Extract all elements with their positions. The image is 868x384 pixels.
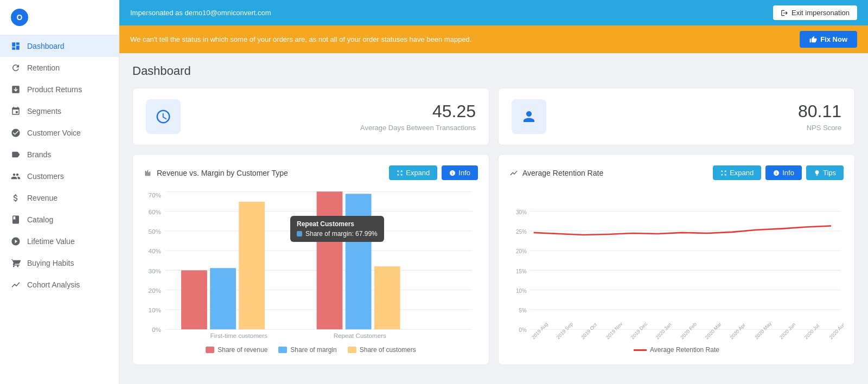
svg-text:0%: 0% [152,327,161,334]
svg-text:70%: 70% [148,192,161,199]
stats-row: 45.25 Average Days Between Transactions … [132,88,855,145]
svg-text:2020 Jun: 2020 Jun [778,322,796,340]
warning-bar: We can't tell the status in which some o… [119,25,868,53]
sidebar-label-voice: Customer Voice [27,129,81,137]
clock-icon-container [146,99,181,134]
bar-chart-title: Revenue vs. Margin by Customer Type [144,169,288,177]
svg-rect-17 [210,268,236,329]
bar-chart-actions: Expand Info [389,165,478,180]
line-chart-expand-button[interactable]: Expand [713,165,761,180]
stat-card-nps: 80.11 NPS Score [498,88,855,145]
line-chart-icon [509,169,518,177]
sidebar-item-retention[interactable]: Retention [0,57,119,79]
sidebar-label-returns: Product Returns [27,85,82,94]
svg-text:2020 Mar: 2020 Mar [704,321,723,340]
line-chart-title: Average Retention Rate [509,169,603,177]
sidebar-item-returns[interactable]: Product Returns [0,79,119,100]
sidebar-label-buying: Buying Habits [27,259,74,267]
svg-text:5%: 5% [519,308,526,313]
svg-rect-18 [239,202,265,329]
fix-label: Fix Now [820,35,847,43]
svg-text:40%: 40% [148,248,161,254]
stat-card-days-info: 45.25 Average Days Between Transactions [360,101,476,132]
content-area: Dashboard 45.25 Average Days Between Tra… [119,53,868,384]
sidebar-item-segments[interactable]: Segments [0,100,119,122]
line-legend-label: Average Retention Rate [650,346,719,354]
svg-text:20%: 20% [516,248,527,254]
brands-icon [11,150,21,159]
person-icon-container [512,99,546,134]
clock-icon [155,108,171,125]
sidebar-item-cohort[interactable]: Cohort Analysis [0,274,119,296]
svg-rect-16 [181,270,207,329]
line-swatch [634,349,647,351]
legend-item-margin: Share of margin [278,346,336,354]
line-chart-header: Average Retention Rate Expand Info [509,165,844,180]
sidebar-item-voice[interactable]: Customer Voice [0,122,119,144]
bar-chart-info-button[interactable]: Info [442,165,478,180]
sidebar-item-lifetime[interactable]: Lifetime Value [0,231,119,252]
fix-now-button[interactable]: Fix Now [800,31,857,48]
line-chart-legend: Average Retention Rate [509,346,844,354]
line-chart-card: Average Retention Rate Expand Info [498,154,855,365]
bar-chart-expand-button[interactable]: Expand [389,165,437,180]
voice-icon [11,128,21,138]
svg-text:30%: 30% [516,209,527,215]
bar-chart-area: 0% 10% 20% 30% 40% 50% 60% 70% [144,189,478,341]
warning-text: We can't tell the status in which some o… [130,35,471,43]
sidebar-item-dashboard[interactable]: Dashboard [0,35,119,57]
catalog-icon [11,215,21,225]
tips-icon [814,170,820,176]
exit-label: Exit impersonation [792,9,850,17]
sidebar-item-brands[interactable]: Brands [0,144,119,165]
sidebar-label-revenue: Revenue [27,194,58,202]
sidebar-label-brands: Brands [27,150,51,159]
charts-row: Revenue vs. Margin by Customer Type Expa… [132,154,855,365]
legend-swatch-revenue [206,347,214,353]
sidebar-item-buying[interactable]: Buying Habits [0,252,119,274]
svg-rect-21 [346,194,372,329]
sidebar-item-revenue[interactable]: Revenue [0,187,119,209]
legend-label-revenue: Share of revenue [218,346,267,354]
svg-rect-20 [317,191,343,329]
retention-icon [11,63,21,73]
sidebar-item-catalog[interactable]: Catalog [0,209,119,231]
sidebar-label-dashboard: Dashboard [27,42,65,50]
exit-impersonation-button[interactable]: Exit impersonation [773,5,857,20]
segments-icon [11,106,21,116]
svg-text:2020 Apr: 2020 Apr [729,322,746,341]
impersonation-bar: Impersonated as demo10@omniconvert.com E… [119,0,868,25]
svg-text:50%: 50% [148,228,161,235]
legend-item-customers: Share of customers [348,346,416,354]
fix-icon [809,36,817,43]
bar-chart-card: Revenue vs. Margin by Customer Type Expa… [132,154,489,365]
exit-icon [781,9,788,17]
sidebar-label-segments: Segments [27,107,61,116]
sidebar-item-customers[interactable]: Customers [0,165,119,187]
line-chart-info-button[interactable]: Info [765,165,802,180]
sidebar-label-retention: Retention [27,63,60,72]
cohort-icon [11,280,21,290]
svg-text:0%: 0% [519,327,526,333]
stat-card-days: 45.25 Average Days Between Transactions [132,88,489,145]
sidebar-label-cohort: Cohort Analysis [27,280,80,289]
legend-label-margin: Share of margin [290,346,336,354]
svg-text:15%: 15% [516,268,527,274]
bar-chart-icon [144,169,152,177]
svg-text:2019 Aug: 2019 Aug [531,321,549,340]
svg-text:First-time customers: First-time customers [210,332,267,339]
svg-text:2020 Feb: 2020 Feb [679,321,698,340]
svg-text:2020 Aug: 2020 Aug [828,321,844,340]
stat-card-nps-info: 80.11 NPS Score [798,101,841,132]
line-chart-tips-button[interactable]: Tips [806,165,844,180]
svg-text:10%: 10% [148,307,161,313]
impersonation-text: Impersonated as demo10@omniconvert.com [130,9,271,17]
svg-text:60%: 60% [148,209,161,215]
legend-swatch-customers [348,347,356,353]
expand-icon-line [720,170,727,176]
svg-text:2019 Nov: 2019 Nov [605,321,623,341]
svg-text:30%: 30% [148,268,161,274]
lifetime-icon [11,236,21,246]
info-icon-line [773,170,780,176]
svg-text:25%: 25% [516,229,527,235]
